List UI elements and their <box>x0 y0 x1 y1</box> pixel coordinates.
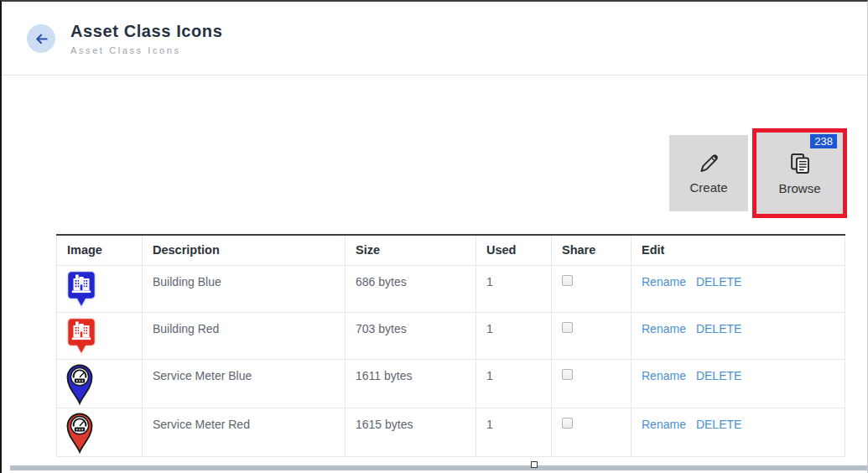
column-header-edit: Edit <box>632 235 845 265</box>
page-subtitle: Asset Class Icons <box>70 45 222 55</box>
share-checkbox[interactable] <box>562 275 573 286</box>
service-meter-pin-red-icon <box>65 412 95 454</box>
back-button[interactable] <box>27 24 55 53</box>
column-header-image: Image <box>57 235 143 265</box>
rename-link[interactable]: Rename <box>642 369 686 382</box>
browse-button-label: Browse <box>778 181 820 195</box>
table-row: Service Meter Red 1615 bytes 1 RenameDEL… <box>57 408 845 456</box>
create-button[interactable]: Create <box>669 135 748 211</box>
rename-link[interactable]: Rename <box>642 275 686 288</box>
description-text: Service Meter Blue <box>153 369 252 382</box>
page-title: Asset Class Icons <box>70 22 222 41</box>
page-header: Asset Class Icons Asset Class Icons <box>2 2 867 75</box>
title-block: Asset Class Icons Asset Class Icons <box>70 22 222 55</box>
create-button-container: Create <box>669 135 748 211</box>
browse-annotation-box: 238 Browse <box>752 128 847 218</box>
column-header-used: Used <box>476 235 552 265</box>
size-text: 1611 bytes <box>356 369 412 382</box>
building-marker-blue-icon <box>65 269 98 309</box>
column-header-description: Description <box>143 235 346 265</box>
building-marker-red-icon <box>65 316 98 356</box>
table-row: Building Red 703 bytes 1 RenameDELETE <box>57 312 845 359</box>
description-text: Building Red <box>153 322 219 335</box>
used-count: 1 <box>486 369 493 382</box>
arrow-left-icon <box>33 30 50 48</box>
step-badge: 238 <box>810 134 837 148</box>
pencil-icon <box>698 152 720 174</box>
share-checkbox[interactable] <box>562 369 573 380</box>
rename-link[interactable]: Rename <box>642 418 686 431</box>
size-text: 703 bytes <box>356 322 407 335</box>
delete-link[interactable]: DELETE <box>696 369 741 382</box>
used-count: 1 <box>486 322 493 335</box>
share-checkbox[interactable] <box>562 322 573 333</box>
icons-table-body: Building Blue 686 bytes 1 RenameDELETE B… <box>57 265 845 456</box>
description-text: Service Meter Red <box>153 418 250 431</box>
table-row: Building Blue 686 bytes 1 RenameDELETE <box>57 265 845 312</box>
size-text: 1615 bytes <box>356 418 413 431</box>
rename-link[interactable]: Rename <box>642 322 686 335</box>
service-meter-pin-blue-icon <box>65 363 95 405</box>
delete-link[interactable]: DELETE <box>696 418 741 431</box>
table-row: Service Meter Blue 1611 bytes 1 RenameDE… <box>57 359 845 408</box>
table-header-row: Image Description Size Used Share Edit <box>57 235 845 265</box>
size-text: 686 bytes <box>356 275 407 288</box>
resize-handle-glyph <box>531 461 538 468</box>
used-count: 1 <box>486 418 493 431</box>
horizontal-scrollbar[interactable] <box>10 465 867 470</box>
delete-link[interactable]: DELETE <box>696 322 741 335</box>
copy-documents-icon <box>788 152 812 175</box>
share-checkbox[interactable] <box>562 418 573 429</box>
asset-icons-table: Image Description Size Used Share Edit <box>56 234 845 457</box>
create-button-label: Create <box>689 180 727 195</box>
column-header-size: Size <box>346 235 476 265</box>
delete-link[interactable]: DELETE <box>696 275 741 288</box>
used-count: 1 <box>486 275 493 288</box>
description-text: Building Blue <box>153 275 221 288</box>
column-header-share: Share <box>552 235 632 265</box>
window: Asset Class Icons Asset Class Icons Crea… <box>0 0 868 473</box>
